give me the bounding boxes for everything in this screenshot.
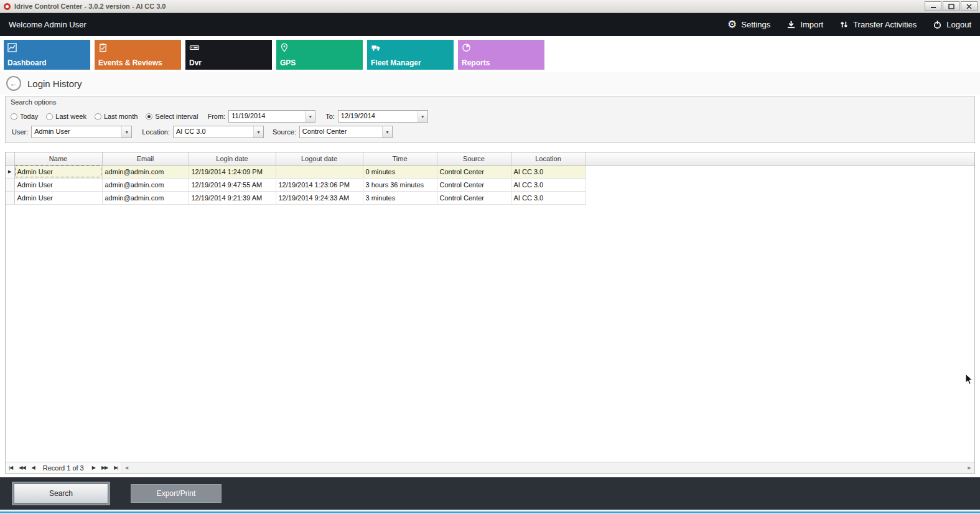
chevron-down-icon[interactable]: ▼ [418,111,427,122]
login-history-grid: Name Email Login date Logout date Time S… [5,152,975,474]
grid-cell[interactable]: 12/19/2014 9:24:33 AM [276,191,363,204]
footer-bar: Search Export/Print [0,477,980,510]
tile-reports[interactable]: Reports [458,40,544,70]
grid-cell[interactable]: admin@admin.com [102,191,189,204]
column-header-location[interactable]: Location [511,152,586,165]
first-record-button[interactable]: |◀ [6,465,16,470]
to-date-value: 12/19/2014 [338,111,418,122]
tile-dvr[interactable]: Dvr [185,40,272,70]
grid-cell[interactable]: 3 hours 36 minutes [363,178,437,191]
grid-cell[interactable]: 3 minutes [363,191,437,204]
grid-cell[interactable]: admin@admin.com [102,178,189,191]
page-head: ← Login History [0,72,980,95]
power-icon [933,20,942,29]
import-button[interactable]: Import [786,20,823,29]
location-label: Location: [142,128,170,136]
grid-scroll-region: Name Email Login date Logout date Time S… [6,152,974,462]
grid-cell[interactable]: AI CC 3.0 [511,191,586,204]
header-actions: ⚙ Settings Import Transfer Activities Lo… [727,19,971,30]
tile-dashboard[interactable]: Dashboard [4,40,90,70]
column-header-time[interactable]: Time [363,152,437,165]
grid-cell[interactable]: Admin User [14,165,102,178]
close-button[interactable] [961,1,978,11]
export-print-button[interactable]: Export/Print [131,484,222,503]
minimize-icon [930,4,936,9]
column-header-name[interactable]: Name [14,152,102,165]
chevron-down-icon[interactable]: ▼ [382,126,392,138]
table-row[interactable]: ▶Admin Useradmin@admin.com12/19/2014 1:2… [6,165,974,178]
grid-cell[interactable]: 0 minutes [363,165,437,178]
grid-cell[interactable]: Control Center [437,165,511,178]
grid-cell[interactable]: AI CC 3.0 [511,165,586,178]
prev-record-button[interactable]: ◀ [29,465,38,470]
next-record-button[interactable]: ▶ [89,465,98,470]
radio-last-month-label: Last month [104,113,138,120]
back-button[interactable]: ← [6,76,21,91]
row-filler [586,178,974,191]
radio-last-month[interactable]: Last month [95,113,138,120]
grid-cell[interactable]: AI CC 3.0 [511,178,586,191]
column-header-login-date[interactable]: Login date [189,152,276,165]
transfer-activities-label: Transfer Activities [853,20,917,29]
chevron-down-icon[interactable]: ▼ [121,126,131,138]
tile-fleet-manager[interactable]: Fleet Manager [367,40,454,70]
prev-page-button[interactable]: ◀◀ [16,465,28,470]
radio-select-interval[interactable]: Select interval [146,113,198,120]
grid-cell[interactable]: 12/19/2014 9:47:55 AM [189,178,276,191]
grid-cell[interactable]: Control Center [437,178,511,191]
row-indicator-header [6,152,14,165]
grid-cell[interactable]: 12/19/2014 1:23:06 PM [276,178,363,191]
gears-icon: ⚙ [727,19,737,30]
source-combo[interactable]: Control Center ▼ [299,126,393,138]
column-header-email[interactable]: Email [102,152,189,165]
radio-last-week[interactable]: Last week [46,113,86,120]
radio-last-week-dot [46,113,53,120]
transfer-icon [839,20,849,29]
column-header-logout-date[interactable]: Logout date [276,152,363,165]
pie-chart-icon [462,43,471,52]
from-date-combo[interactable]: 11/19/2014 ▼ [228,110,315,123]
search-button[interactable]: Search [14,484,108,503]
grid-cell[interactable]: Control Center [437,191,511,204]
table-row[interactable]: Admin Useradmin@admin.com12/19/2014 9:47… [6,178,974,191]
scroll-left-icon[interactable]: ◀ [121,465,131,470]
grid-cell[interactable]: Admin User [14,191,102,204]
logout-button[interactable]: Logout [933,20,971,29]
tile-gps[interactable]: GPS [276,40,363,70]
radio-today-label: Today [20,113,38,120]
grid-cell[interactable] [276,165,363,178]
search-button-label: Search [49,489,73,498]
grid-cell[interactable]: admin@admin.com [102,165,189,178]
last-record-button[interactable]: ▶| [111,465,121,470]
minimize-button[interactable] [925,1,941,11]
scroll-right-icon[interactable]: ▶ [964,465,974,470]
row-filler [586,191,974,204]
user-combo[interactable]: Admin User ▼ [31,126,132,138]
tile-dashboard-label: Dashboard [7,58,47,67]
to-date-combo[interactable]: 12/19/2014 ▼ [338,110,428,123]
logout-label: Logout [946,20,971,29]
maximize-button[interactable] [943,1,959,11]
grid-cell[interactable]: Admin User [14,178,102,191]
column-header-filler [586,152,974,165]
grid-cell[interactable]: 12/19/2014 9:21:39 AM [189,191,276,204]
grid-cell[interactable]: 12/19/2014 1:24:09 PM [189,165,276,178]
tile-events-reviews[interactable]: Events & Reviews [95,40,181,70]
tile-gps-label: GPS [280,58,296,67]
radio-select-interval-dot [146,113,152,120]
table-row[interactable]: Admin Useradmin@admin.com12/19/2014 9:21… [6,191,974,204]
line-chart-icon [7,43,17,52]
radio-today[interactable]: Today [11,113,38,120]
settings-label: Settings [741,20,770,29]
chevron-down-icon[interactable]: ▼ [305,111,315,122]
next-page-button[interactable]: ▶▶ [98,465,111,470]
location-combo[interactable]: AI CC 3.0 ▼ [173,126,264,138]
chevron-down-icon[interactable]: ▼ [253,126,263,138]
transfer-activities-button[interactable]: Transfer Activities [839,20,917,29]
column-header-source[interactable]: Source [437,152,511,165]
page-title: Login History [27,78,82,89]
app-header: Welcome Admin User ⚙ Settings Import Tra… [0,13,980,36]
horizontal-scrollbar[interactable]: ◀ ▶ [121,462,974,473]
settings-button[interactable]: ⚙ Settings [727,19,770,30]
scrollbar-track[interactable] [131,462,964,473]
